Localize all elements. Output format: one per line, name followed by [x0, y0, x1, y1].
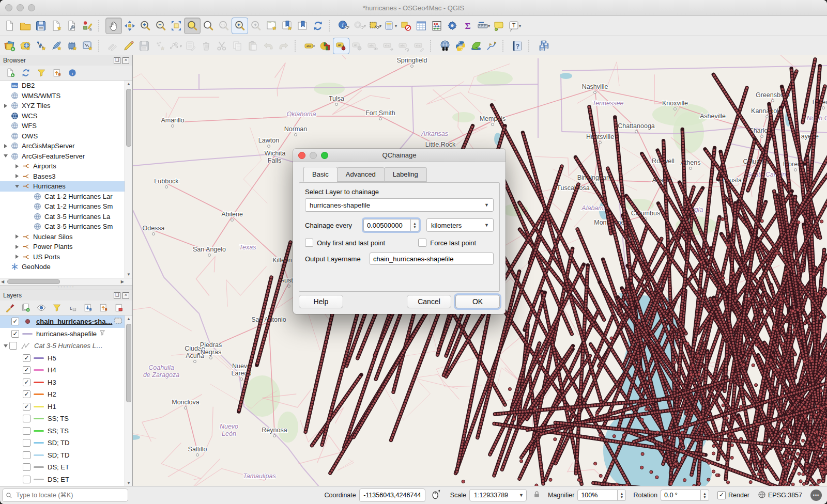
zoom-to-layer[interactable] [184, 18, 201, 34]
expand-arrow-icon[interactable] [13, 174, 21, 178]
layer-item-sd-td[interactable]: SD; TD [0, 437, 132, 449]
crs-label[interactable]: EPSG:3857 [768, 492, 802, 499]
browser-item-arcgisfeatureserver[interactable]: ArcGisFeatureServer [0, 151, 132, 162]
layer-labeling[interactable]: abc [302, 38, 317, 54]
show-bookmarks[interactable] [295, 18, 310, 34]
metasearch[interactable] [437, 38, 453, 54]
field-calculator[interactable] [429, 18, 445, 34]
browser-item-cat-3-5-hurricanes-sm[interactable]: Cat 3-5 Hurricanes Sm [0, 222, 132, 232]
expand-arrow-icon[interactable] [13, 245, 21, 249]
spin-arrows-icon[interactable]: ▲▼ [617, 490, 626, 501]
chainage-spinbox[interactable]: ▲▼ [363, 219, 419, 231]
profile-tool[interactable] [484, 38, 499, 54]
filter-by-expression[interactable]: ε [66, 302, 79, 314]
browser-item-hurricanes[interactable]: Hurricanes [0, 181, 132, 192]
expand-all[interactable] [82, 302, 94, 314]
browser-item-us-ports[interactable]: US Ports [0, 252, 132, 262]
open-project[interactable] [18, 18, 33, 34]
expand-arrow-icon[interactable] [2, 144, 9, 148]
tab-advanced[interactable]: Advanced [337, 167, 385, 182]
browser-item-geonode[interactable]: GeoNode [0, 262, 132, 272]
output-layername-input[interactable] [370, 253, 494, 265]
layer-visibility-checkbox[interactable] [23, 427, 30, 435]
new-print-layout[interactable] [49, 18, 64, 34]
python-console[interactable] [453, 38, 468, 54]
chainage-input[interactable] [363, 219, 410, 231]
expand-arrow-icon[interactable] [13, 164, 21, 168]
crs-globe-icon[interactable] [758, 491, 766, 500]
new-project[interactable] [2, 18, 18, 34]
browser-hscrollbar[interactable]: ◀ ▶ [0, 278, 132, 285]
layer-visibility-checkbox[interactable]: ✓ [23, 390, 30, 398]
dropdown-arrow-icon[interactable]: ▾ [488, 24, 490, 28]
expand-arrow-icon[interactable] [13, 255, 21, 259]
filter-indicator-icon[interactable] [99, 329, 106, 338]
magnifier-input[interactable] [577, 490, 617, 501]
layer-visibility-checkbox[interactable]: ✓ [23, 354, 30, 362]
add-selected-layer[interactable] [4, 67, 17, 79]
float-panel-icon[interactable]: ❏ [114, 292, 120, 299]
close-panel-icon[interactable]: × [122, 292, 129, 299]
browser-item-wcs[interactable]: WCS [0, 111, 132, 121]
magnifier-spin[interactable]: ▲▼ [577, 490, 626, 501]
browser-item-wfs[interactable]: WFS [0, 121, 132, 131]
pan-map[interactable] [105, 18, 122, 34]
browser-item-arcgismapserver[interactable]: ArcGisMapServer [0, 141, 132, 151]
layer-item-hurricanes-shapefile[interactable]: ✓hurricanes-shapefile [0, 328, 132, 340]
cancel-button[interactable]: Cancel [407, 295, 451, 308]
new-virtual-layer[interactable] [64, 38, 80, 54]
layer-visibility-checkbox[interactable] [9, 342, 17, 350]
layer-select[interactable]: hurricanes-shapefile▼ [305, 198, 494, 212]
browser-item-db2[interactable]: DB2DB2 [0, 81, 132, 91]
pan-to-selection[interactable] [122, 18, 137, 34]
layer-visibility-checkbox[interactable]: ✓ [23, 366, 30, 374]
browser-item-xyz-tiles[interactable]: XYZ Tiles [0, 101, 132, 111]
browser-item-ows[interactable]: OWS [0, 131, 132, 141]
dropdown-arrow-icon[interactable]: ▾ [379, 24, 381, 28]
select-by-value[interactable]: ▾ [382, 18, 398, 34]
layout-manager[interactable] [64, 18, 80, 34]
browser-item-power-plants[interactable]: Power Plants [0, 242, 132, 252]
render-checkbox[interactable]: ✓ [717, 491, 726, 499]
tab-labeling[interactable]: Labeling [384, 167, 427, 182]
layer-visibility-checkbox[interactable]: ✓ [11, 318, 19, 325]
map-tips[interactable] [491, 18, 507, 34]
layer-item-ss-ts[interactable]: SS; TS [0, 425, 132, 437]
units-select[interactable]: kilometers▼ [426, 218, 494, 232]
collapse-all[interactable] [51, 67, 63, 79]
panel-splitter[interactable]: ······ [0, 285, 132, 290]
coordinate-input[interactable] [359, 489, 425, 502]
layer-item-sd-td[interactable]: SD; TD [0, 449, 132, 462]
layer-visibility-checkbox[interactable]: ✓ [23, 379, 30, 386]
deselect-features[interactable] [398, 18, 414, 34]
add-vector-layer[interactable] [18, 38, 33, 54]
layer-visibility-checkbox[interactable] [23, 463, 30, 471]
browser-item-bases3[interactable]: Bases3 [0, 171, 132, 182]
new-temporary-scratch-layer[interactable] [80, 38, 95, 54]
zoom-full[interactable] [169, 18, 184, 34]
close-panel-icon[interactable]: × [122, 57, 129, 64]
layer-item-chain-hurricanes-sha-[interactable]: ✓chain_hurricanes-sha… [0, 316, 132, 328]
layer-diagram[interactable] [317, 38, 333, 54]
locate-input[interactable] [15, 491, 125, 499]
select-features[interactable]: ▾ [367, 18, 382, 34]
properties[interactable]: i [66, 67, 79, 79]
messages-icon[interactable]: ••• [810, 490, 822, 501]
qchainage[interactable] [535, 38, 551, 54]
force-last-point-checkbox[interactable] [418, 239, 426, 247]
memory-layer-indicator-icon[interactable] [114, 318, 122, 325]
layer-item-cat-3-5-hurricanes-l-[interactable]: Cat 3-5 Hurricanes L… [0, 340, 132, 352]
dropdown-arrow-icon[interactable]: ▾ [364, 24, 366, 28]
browser-item-cat-3-5-hurricanes-la[interactable]: Cat 3-5 Hurricanes La [0, 212, 132, 222]
new-shapefile-layer[interactable] [33, 38, 49, 54]
layer-item-h1[interactable]: ✓H1 [0, 401, 132, 413]
refresh-browser[interactable] [20, 67, 32, 79]
collapse-all[interactable] [97, 302, 110, 314]
spin-arrows-icon[interactable]: ▲▼ [700, 490, 709, 501]
zoom-to-selection[interactable] [201, 18, 216, 34]
spin-arrows-icon[interactable]: ▲▼ [410, 219, 419, 231]
close-window-button[interactable] [5, 4, 12, 11]
scroll-right-icon[interactable]: ▶ [121, 279, 124, 284]
new-geopackage-layer[interactable] [49, 38, 64, 54]
save-project[interactable] [33, 18, 49, 34]
